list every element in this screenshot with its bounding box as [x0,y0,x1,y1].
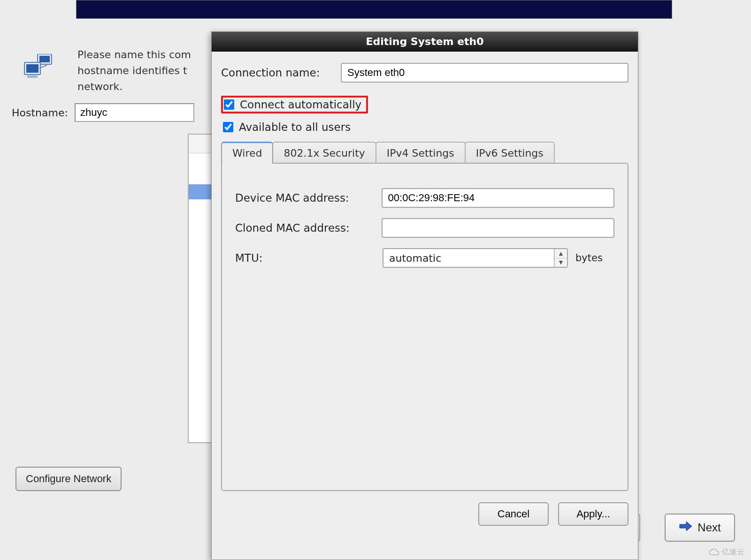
next-label: Next [697,521,720,534]
cancel-button[interactable]: Cancel [478,502,549,526]
instruction-line: Please name this com [77,47,191,63]
instruction-line: network. [77,79,191,95]
mtu-unit: bytes [575,252,603,264]
connect-automatically-checkbox[interactable] [224,99,234,110]
hostname-instruction: Please name this com hostname identifies… [77,47,191,95]
connect-automatically-label: Connect automatically [240,98,361,111]
available-all-users-label: Available to all users [239,121,351,133]
hostname-label: Hostname: [12,107,68,119]
watermark: 亿速云 [709,547,744,557]
dialog-title: Editing System eth0 [366,36,483,47]
next-button[interactable]: Next [665,514,735,542]
svg-rect-4 [27,76,38,78]
tab-8021x-security[interactable]: 802.1x Security [272,142,376,164]
hostname-input[interactable] [75,103,194,122]
mtu-label: MTU: [235,252,383,264]
tabs: Wired 802.1x Security IPv4 Settings IPv6… [221,142,628,492]
spinner-up-icon[interactable]: ▲ [555,249,567,258]
edit-connection-dialog: Editing System eth0 Connection name: Con… [211,31,638,560]
connection-list-under [188,134,214,443]
connect-automatically-highlight: Connect automatically [221,96,368,114]
cloned-mac-input[interactable] [382,218,614,238]
device-mac-input[interactable] [382,188,614,208]
spinner-buttons[interactable]: ▲ ▼ [554,249,567,267]
watermark-text: 亿速云 [722,547,744,557]
arrow-right-icon [679,521,693,535]
tab-ipv6-settings[interactable]: IPv6 Settings [465,142,555,164]
mtu-value: automatic [389,252,441,264]
cloned-mac-label: Cloned MAC address: [235,222,382,234]
tab-wired[interactable]: Wired [221,142,273,164]
apply-button[interactable]: Apply... [558,502,628,526]
cloud-icon [709,549,719,556]
connection-name-input[interactable] [341,63,628,83]
installer-banner [76,0,672,19]
spinner-down-icon[interactable]: ▼ [555,258,567,267]
svg-rect-1 [39,56,50,62]
computer-network-icon [23,54,56,82]
connection-name-label: Connection name: [221,67,332,79]
device-mac-label: Device MAC address: [235,192,382,204]
tab-ipv4-settings[interactable]: IPv4 Settings [376,142,466,164]
tab-panel-wired: Device MAC address: Cloned MAC address: … [221,163,628,491]
svg-rect-3 [26,64,38,73]
instruction-line: hostname identifies t [77,63,191,79]
available-all-users-checkbox[interactable] [223,122,233,132]
mtu-spinbox[interactable]: automatic ▲ ▼ [383,248,568,268]
dialog-titlebar[interactable]: Editing System eth0 [212,32,638,52]
configure-network-button[interactable]: Configure Network [15,467,122,491]
hostname-row: Hostname: [12,103,194,122]
